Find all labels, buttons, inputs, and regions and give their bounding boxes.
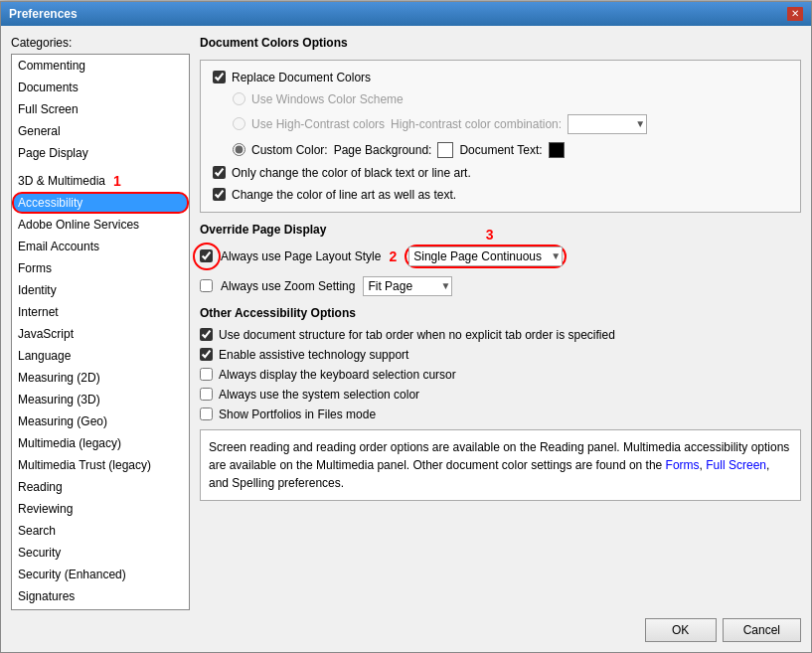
assistive-tech-label: Enable assistive technology support <box>219 348 408 362</box>
window-title: Preferences <box>9 7 78 21</box>
keyboard-cursor-checkbox[interactable] <box>200 368 213 381</box>
sidebar-item-measuring-geo[interactable]: Measuring (Geo) <box>12 410 189 432</box>
always-page-layout-label: Always use Page Layout Style <box>221 249 381 263</box>
sidebar-item-multimedia-trust[interactable]: Multimedia Trust (legacy) <box>12 454 189 476</box>
annotation-2: 2 <box>389 248 397 264</box>
preferences-window: Preferences ✕ Categories: Commenting Doc… <box>0 1 812 653</box>
sidebar-item-identity[interactable]: Identity <box>12 279 189 301</box>
window-body: Categories: Commenting Documents Full Sc… <box>1 26 811 652</box>
doc-colors-title: Document Colors Options <box>200 36 801 50</box>
title-bar: Preferences ✕ <box>1 2 811 26</box>
override-section: Override Page Display Always use Page La… <box>200 223 801 296</box>
assistive-tech-checkbox[interactable] <box>200 348 213 361</box>
annotation-1: 1 <box>113 172 121 190</box>
info-box: Screen reading and reading order options… <box>200 429 801 501</box>
other-option-2: Enable assistive technology support <box>200 348 801 362</box>
zoom-dropdown[interactable]: Fit Page Fit Width Fit Height Actual Siz… <box>363 276 452 296</box>
right-panel: Document Colors Options Replace Document… <box>200 36 801 610</box>
sidebar-item-commenting[interactable]: Commenting <box>12 55 189 77</box>
3d-multimedia-label: 3D & Multimedia <box>18 172 105 190</box>
hc-dropdown-wrapper: ▼ <box>568 114 647 134</box>
change-line-art-row: Change the color of line art as well as … <box>213 188 788 202</box>
page-layout-dropdown-container: 3 Single Page Continuous Single Page Two… <box>405 245 567 268</box>
cancel-button[interactable]: Cancel <box>723 618 801 642</box>
ok-button[interactable]: OK <box>645 618 717 642</box>
doc-text-color-box[interactable] <box>549 142 565 158</box>
categories-list[interactable]: Commenting Documents Full Screen General… <box>11 54 190 610</box>
other-option-5: Show Portfolios in Files mode <box>200 408 801 421</box>
main-content: Categories: Commenting Documents Full Sc… <box>11 36 801 610</box>
zoom-dropdown-wrapper: Fit Page Fit Width Fit Height Actual Siz… <box>363 276 452 296</box>
close-button[interactable]: ✕ <box>787 7 803 21</box>
replace-doc-colors-label: Replace Document Colors <box>232 71 371 84</box>
system-selection-checkbox[interactable] <box>200 388 213 401</box>
portfolios-checkbox[interactable] <box>200 408 213 420</box>
change-line-art-checkbox[interactable] <box>213 188 226 201</box>
system-selection-label: Always use the system selection color <box>219 388 419 402</box>
sidebar-item-security-enhanced[interactable]: Security (Enhanced) <box>12 564 189 585</box>
full-screen-link[interactable]: Full Screen <box>706 458 766 472</box>
other-accessibility-section: Other Accessibility Options Use document… <box>200 306 801 421</box>
windows-color-row: Use Windows Color Scheme <box>213 92 788 106</box>
left-panel: Categories: Commenting Documents Full Sc… <box>11 36 190 610</box>
always-page-layout-checkbox[interactable] <box>200 249 213 262</box>
page-bg-color-box[interactable] <box>437 142 453 158</box>
page-layout-row: Always use Page Layout Style 2 3 Single … <box>200 245 801 268</box>
override-title: Override Page Display <box>200 223 801 237</box>
page-bg-label: Page Background: <box>334 143 432 157</box>
sidebar-item-reviewing[interactable]: Reviewing <box>12 498 189 520</box>
keyboard-cursor-label: Always display the keyboard selection cu… <box>219 368 456 382</box>
hc-color-row: Use High-Contrast colors High-contrast c… <box>213 114 788 134</box>
sidebar-item-full-screen[interactable]: Full Screen <box>12 98 189 120</box>
sidebar-item-measuring-3d[interactable]: Measuring (3D) <box>12 389 189 410</box>
other-option-3: Always display the keyboard selection cu… <box>200 368 801 382</box>
replace-doc-colors-checkbox[interactable] <box>213 71 226 83</box>
sidebar-item-signatures[interactable]: Signatures <box>12 585 189 607</box>
windows-color-radio[interactable] <box>233 92 245 105</box>
annotation-3: 3 <box>486 227 494 243</box>
other-option-4: Always use the system selection color <box>200 388 801 402</box>
tab-order-checkbox[interactable] <box>200 328 213 341</box>
other-option-1: Use document structure for tab order whe… <box>200 328 801 342</box>
sidebar-item-search[interactable]: Search <box>12 520 189 542</box>
zoom-setting-row: Always use Zoom Setting Fit Page Fit Wid… <box>200 276 801 296</box>
only-black-label: Only change the color of black text or l… <box>232 166 471 180</box>
doc-text-label: Document Text: <box>459 143 542 157</box>
hc-color-label: Use High-Contrast colors <box>251 117 385 131</box>
always-zoom-label: Always use Zoom Setting <box>221 279 355 293</box>
replace-doc-colors-row: Replace Document Colors <box>213 71 788 84</box>
sidebar-item-multimedia-legacy[interactable]: Multimedia (legacy) <box>12 432 189 454</box>
sidebar-item-accessibility[interactable]: Accessibility <box>12 192 189 214</box>
sidebar-item-reading[interactable]: Reading <box>12 476 189 498</box>
tab-order-label: Use document structure for tab order whe… <box>219 328 615 342</box>
categories-label: Categories: <box>11 36 190 50</box>
sidebar-item-page-display[interactable]: Page Display <box>12 142 189 164</box>
page-layout-checkbox-wrapper <box>200 249 213 262</box>
sidebar-item-security[interactable]: Security <box>12 542 189 564</box>
sidebar-item-language[interactable]: Language <box>12 345 189 367</box>
only-black-row: Only change the color of black text or l… <box>213 166 788 180</box>
doc-colors-section: Replace Document Colors Use Windows Colo… <box>200 60 801 213</box>
sidebar-item-forms[interactable]: Forms <box>12 257 189 279</box>
forms-link[interactable]: Forms <box>666 458 700 472</box>
page-layout-dropdown[interactable]: Single Page Continuous Single Page Two-U… <box>408 246 563 266</box>
sidebar-item-internet[interactable]: Internet <box>12 301 189 323</box>
sidebar-item-email-accounts[interactable]: Email Accounts <box>12 236 189 257</box>
sidebar-item-adobe-online[interactable]: Adobe Online Services <box>12 214 189 236</box>
sidebar-item-javascript[interactable]: JavaScript <box>12 323 189 345</box>
custom-color-label: Custom Color: <box>251 143 328 157</box>
bottom-bar: OK Cancel <box>11 610 801 642</box>
hc-combo-label: High-contrast color combination: <box>391 117 562 131</box>
hc-dropdown[interactable] <box>568 114 647 134</box>
custom-color-row: Custom Color: Page Background: Document … <box>213 142 788 158</box>
change-line-art-label: Change the color of line art as well as … <box>232 188 456 202</box>
sidebar-item-measuring-2d[interactable]: Measuring (2D) <box>12 367 189 389</box>
sidebar-item-3d-multimedia[interactable]: 3D & Multimedia 1 <box>12 170 189 192</box>
custom-color-radio[interactable] <box>233 143 245 156</box>
sidebar-item-documents[interactable]: Documents <box>12 77 189 98</box>
other-accessibility-title: Other Accessibility Options <box>200 306 801 320</box>
hc-color-radio[interactable] <box>233 117 245 130</box>
only-black-checkbox[interactable] <box>213 166 226 179</box>
sidebar-item-general[interactable]: General <box>12 120 189 142</box>
always-zoom-checkbox[interactable] <box>200 279 213 292</box>
